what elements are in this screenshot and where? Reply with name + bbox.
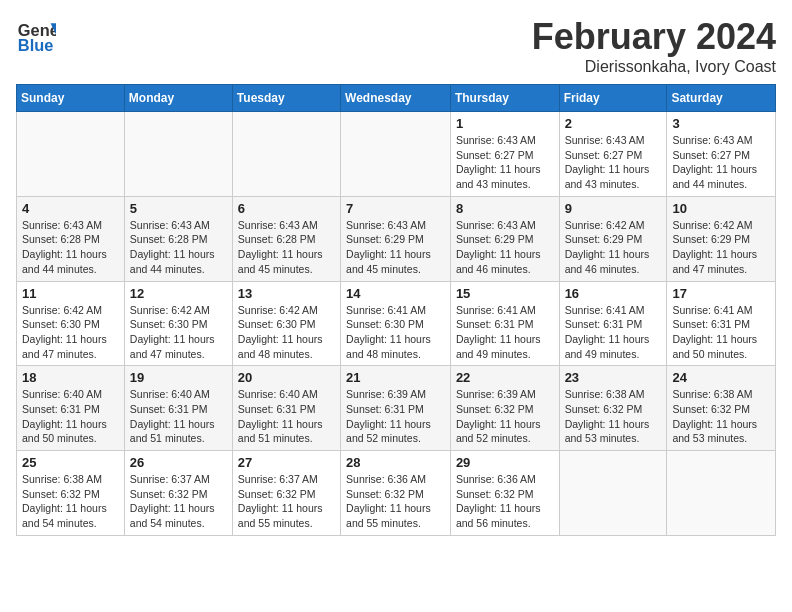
day-number: 7	[346, 201, 445, 216]
calendar-cell: 27Sunrise: 6:37 AM Sunset: 6:32 PM Dayli…	[232, 451, 340, 536]
calendar-cell	[17, 112, 125, 197]
calendar-cell: 17Sunrise: 6:41 AM Sunset: 6:31 PM Dayli…	[667, 281, 776, 366]
day-info: Sunrise: 6:42 AM Sunset: 6:30 PM Dayligh…	[130, 303, 227, 362]
day-info: Sunrise: 6:42 AM Sunset: 6:29 PM Dayligh…	[565, 218, 662, 277]
day-number: 18	[22, 370, 119, 385]
day-info: Sunrise: 6:43 AM Sunset: 6:28 PM Dayligh…	[22, 218, 119, 277]
day-info: Sunrise: 6:42 AM Sunset: 6:30 PM Dayligh…	[22, 303, 119, 362]
column-header-sunday: Sunday	[17, 85, 125, 112]
day-number: 13	[238, 286, 335, 301]
day-info: Sunrise: 6:37 AM Sunset: 6:32 PM Dayligh…	[130, 472, 227, 531]
day-info: Sunrise: 6:37 AM Sunset: 6:32 PM Dayligh…	[238, 472, 335, 531]
calendar-cell: 10Sunrise: 6:42 AM Sunset: 6:29 PM Dayli…	[667, 196, 776, 281]
day-info: Sunrise: 6:43 AM Sunset: 6:28 PM Dayligh…	[238, 218, 335, 277]
day-number: 3	[672, 116, 770, 131]
column-header-thursday: Thursday	[450, 85, 559, 112]
calendar-week-2: 4Sunrise: 6:43 AM Sunset: 6:28 PM Daylig…	[17, 196, 776, 281]
day-number: 12	[130, 286, 227, 301]
day-info: Sunrise: 6:41 AM Sunset: 6:31 PM Dayligh…	[565, 303, 662, 362]
day-info: Sunrise: 6:38 AM Sunset: 6:32 PM Dayligh…	[672, 387, 770, 446]
day-number: 9	[565, 201, 662, 216]
calendar-cell: 9Sunrise: 6:42 AM Sunset: 6:29 PM Daylig…	[559, 196, 667, 281]
day-info: Sunrise: 6:36 AM Sunset: 6:32 PM Dayligh…	[456, 472, 554, 531]
calendar-cell: 20Sunrise: 6:40 AM Sunset: 6:31 PM Dayli…	[232, 366, 340, 451]
calendar-cell: 4Sunrise: 6:43 AM Sunset: 6:28 PM Daylig…	[17, 196, 125, 281]
day-info: Sunrise: 6:43 AM Sunset: 6:29 PM Dayligh…	[346, 218, 445, 277]
calendar-cell: 13Sunrise: 6:42 AM Sunset: 6:30 PM Dayli…	[232, 281, 340, 366]
calendar-cell: 28Sunrise: 6:36 AM Sunset: 6:32 PM Dayli…	[341, 451, 451, 536]
calendar-cell: 29Sunrise: 6:36 AM Sunset: 6:32 PM Dayli…	[450, 451, 559, 536]
calendar-cell	[232, 112, 340, 197]
logo: General Blue	[16, 16, 56, 56]
day-number: 10	[672, 201, 770, 216]
day-info: Sunrise: 6:40 AM Sunset: 6:31 PM Dayligh…	[130, 387, 227, 446]
calendar-week-1: 1Sunrise: 6:43 AM Sunset: 6:27 PM Daylig…	[17, 112, 776, 197]
day-number: 24	[672, 370, 770, 385]
calendar-cell	[559, 451, 667, 536]
calendar-cell: 16Sunrise: 6:41 AM Sunset: 6:31 PM Dayli…	[559, 281, 667, 366]
day-info: Sunrise: 6:42 AM Sunset: 6:30 PM Dayligh…	[238, 303, 335, 362]
day-number: 8	[456, 201, 554, 216]
day-info: Sunrise: 6:39 AM Sunset: 6:32 PM Dayligh…	[456, 387, 554, 446]
calendar-cell: 5Sunrise: 6:43 AM Sunset: 6:28 PM Daylig…	[124, 196, 232, 281]
day-number: 22	[456, 370, 554, 385]
day-number: 1	[456, 116, 554, 131]
calendar-cell: 22Sunrise: 6:39 AM Sunset: 6:32 PM Dayli…	[450, 366, 559, 451]
day-number: 2	[565, 116, 662, 131]
calendar-cell	[124, 112, 232, 197]
page-header: General Blue February 2024 Dierissonkaha…	[16, 16, 776, 76]
day-info: Sunrise: 6:36 AM Sunset: 6:32 PM Dayligh…	[346, 472, 445, 531]
day-info: Sunrise: 6:38 AM Sunset: 6:32 PM Dayligh…	[22, 472, 119, 531]
calendar-cell	[341, 112, 451, 197]
calendar-cell: 15Sunrise: 6:41 AM Sunset: 6:31 PM Dayli…	[450, 281, 559, 366]
day-number: 27	[238, 455, 335, 470]
calendar-cell: 25Sunrise: 6:38 AM Sunset: 6:32 PM Dayli…	[17, 451, 125, 536]
day-info: Sunrise: 6:43 AM Sunset: 6:28 PM Dayligh…	[130, 218, 227, 277]
day-info: Sunrise: 6:41 AM Sunset: 6:30 PM Dayligh…	[346, 303, 445, 362]
calendar-cell: 7Sunrise: 6:43 AM Sunset: 6:29 PM Daylig…	[341, 196, 451, 281]
day-number: 11	[22, 286, 119, 301]
day-number: 16	[565, 286, 662, 301]
calendar-cell: 6Sunrise: 6:43 AM Sunset: 6:28 PM Daylig…	[232, 196, 340, 281]
calendar-week-3: 11Sunrise: 6:42 AM Sunset: 6:30 PM Dayli…	[17, 281, 776, 366]
day-number: 14	[346, 286, 445, 301]
svg-text:Blue: Blue	[18, 36, 53, 54]
calendar-cell: 12Sunrise: 6:42 AM Sunset: 6:30 PM Dayli…	[124, 281, 232, 366]
day-info: Sunrise: 6:43 AM Sunset: 6:29 PM Dayligh…	[456, 218, 554, 277]
day-info: Sunrise: 6:43 AM Sunset: 6:27 PM Dayligh…	[672, 133, 770, 192]
calendar-cell: 3Sunrise: 6:43 AM Sunset: 6:27 PM Daylig…	[667, 112, 776, 197]
calendar-cell: 2Sunrise: 6:43 AM Sunset: 6:27 PM Daylig…	[559, 112, 667, 197]
day-number: 25	[22, 455, 119, 470]
column-header-friday: Friday	[559, 85, 667, 112]
day-info: Sunrise: 6:41 AM Sunset: 6:31 PM Dayligh…	[456, 303, 554, 362]
day-number: 15	[456, 286, 554, 301]
calendar-cell: 18Sunrise: 6:40 AM Sunset: 6:31 PM Dayli…	[17, 366, 125, 451]
day-number: 20	[238, 370, 335, 385]
calendar-cell: 8Sunrise: 6:43 AM Sunset: 6:29 PM Daylig…	[450, 196, 559, 281]
calendar-cell: 24Sunrise: 6:38 AM Sunset: 6:32 PM Dayli…	[667, 366, 776, 451]
calendar-cell: 1Sunrise: 6:43 AM Sunset: 6:27 PM Daylig…	[450, 112, 559, 197]
calendar-week-5: 25Sunrise: 6:38 AM Sunset: 6:32 PM Dayli…	[17, 451, 776, 536]
column-header-wednesday: Wednesday	[341, 85, 451, 112]
calendar-cell: 26Sunrise: 6:37 AM Sunset: 6:32 PM Dayli…	[124, 451, 232, 536]
day-info: Sunrise: 6:43 AM Sunset: 6:27 PM Dayligh…	[565, 133, 662, 192]
logo-icon: General Blue	[16, 16, 56, 56]
day-number: 29	[456, 455, 554, 470]
day-number: 17	[672, 286, 770, 301]
day-number: 19	[130, 370, 227, 385]
calendar-cell: 19Sunrise: 6:40 AM Sunset: 6:31 PM Dayli…	[124, 366, 232, 451]
column-header-monday: Monday	[124, 85, 232, 112]
calendar-title: February 2024	[532, 16, 776, 58]
day-info: Sunrise: 6:40 AM Sunset: 6:31 PM Dayligh…	[238, 387, 335, 446]
day-number: 6	[238, 201, 335, 216]
day-number: 28	[346, 455, 445, 470]
calendar-subtitle: Dierissonkaha, Ivory Coast	[532, 58, 776, 76]
day-number: 23	[565, 370, 662, 385]
day-info: Sunrise: 6:38 AM Sunset: 6:32 PM Dayligh…	[565, 387, 662, 446]
day-number: 26	[130, 455, 227, 470]
day-number: 21	[346, 370, 445, 385]
day-number: 5	[130, 201, 227, 216]
day-info: Sunrise: 6:41 AM Sunset: 6:31 PM Dayligh…	[672, 303, 770, 362]
calendar-week-4: 18Sunrise: 6:40 AM Sunset: 6:31 PM Dayli…	[17, 366, 776, 451]
day-info: Sunrise: 6:43 AM Sunset: 6:27 PM Dayligh…	[456, 133, 554, 192]
